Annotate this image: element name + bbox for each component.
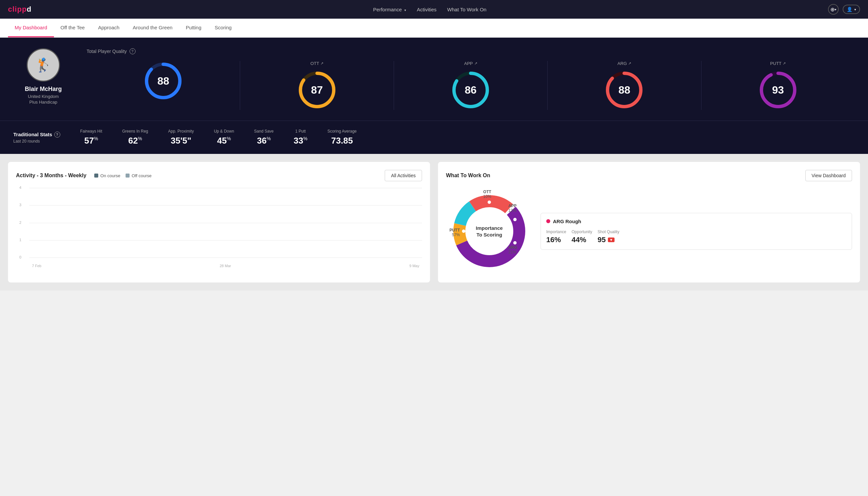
stat-greens-in-reg: Greens In Reg 62%: [122, 129, 148, 146]
work-on-body: ImportanceTo Scoring PUTT 57% OTT 10% AP…: [446, 188, 852, 275]
putt-annotation: PUTT 57%: [449, 228, 460, 237]
work-on-card: What To Work On View Dashboard: [438, 162, 860, 282]
performance-dropdown-arrow: ▾: [404, 8, 406, 12]
app-annotation: APP 12%: [508, 203, 517, 213]
player-name: Blair McHarg: [25, 86, 62, 93]
nav-what-to-work-on[interactable]: What To Work On: [447, 7, 487, 12]
ott-score-value: 87: [311, 84, 323, 96]
up-down-value: 45%: [214, 136, 234, 146]
trad-stats-label: Traditional Stats ? Last 20 rounds: [13, 131, 60, 143]
ott-annotation: OTT 10%: [483, 189, 491, 199]
score-total: 88: [86, 61, 240, 110]
trad-stats-title: Traditional Stats ?: [13, 131, 60, 138]
svg-point-16: [513, 241, 517, 245]
arg-metrics: Importance 16% Opportunity 44% Shot Qual…: [546, 230, 846, 244]
nav-performance[interactable]: Performance ▾: [373, 7, 406, 12]
traditional-stats: Traditional Stats ? Last 20 rounds Fairw…: [0, 121, 868, 154]
score-putt: PUTT ↗ 93: [701, 61, 855, 110]
nav-activities[interactable]: Activities: [417, 7, 436, 12]
score-ott: OTT ↗ 87: [240, 61, 394, 110]
svg-point-15: [513, 218, 517, 221]
logo[interactable]: clippd: [8, 5, 32, 14]
tab-putting[interactable]: Putting: [179, 19, 208, 37]
putt-score-value: 93: [772, 84, 784, 96]
activity-card: Activity - 3 Months - Weekly On course O…: [8, 162, 430, 282]
add-dropdown-arrow: ▾: [835, 7, 836, 11]
hero-section: 🏌️ Blair McHarg United Kingdom Plus Hand…: [0, 37, 868, 121]
bar-group: [97, 257, 128, 258]
x-labels: 7 Feb 28 Mar 9 May: [29, 264, 422, 268]
avatar: 🏌️: [27, 48, 60, 82]
work-on-header: What To Work On View Dashboard: [446, 170, 852, 181]
legend-on-course: On course: [94, 173, 120, 178]
all-activities-button[interactable]: All Activities: [385, 170, 422, 181]
tab-around-the-green[interactable]: Around the Green: [126, 19, 179, 37]
donut-chart: ImportanceTo Scoring PUTT 57% OTT 10% AP…: [446, 188, 533, 275]
metric-opportunity: Opportunity 44%: [571, 230, 592, 244]
bar-group: [64, 257, 95, 258]
legend-off-course: Off course: [126, 173, 152, 178]
quality-label: Total Player Quality ?: [86, 48, 855, 54]
ott-label: OTT ↗: [311, 61, 323, 66]
tab-scoring[interactable]: Scoring: [208, 19, 238, 37]
quality-help-icon[interactable]: ?: [129, 48, 136, 54]
arg-detail-title: ARG Rough: [553, 218, 581, 224]
arg-trend-icon: ↗: [628, 61, 631, 66]
bar-group: [129, 257, 160, 258]
app-label: APP ↗: [464, 61, 477, 66]
arg-annotation: ARG 21%: [508, 245, 517, 254]
nav-right: ⊕ ▾ 👤 ▾: [828, 4, 860, 15]
score-arg: ARG ↗ 88: [548, 61, 701, 110]
activity-chart-title: Activity - 3 Months - Weekly: [16, 173, 86, 179]
view-dashboard-button[interactable]: View Dashboard: [805, 170, 852, 181]
putt-label: PUTT ↗: [770, 61, 786, 66]
shot-quality-value: 95 ▼: [598, 235, 619, 244]
top-nav: clippd Performance ▾ Activities What To …: [0, 0, 868, 19]
app-trend-icon: ↗: [474, 61, 477, 66]
player-handicap: Plus Handicap: [29, 99, 57, 105]
sub-nav: My Dashboard Off the Tee Approach Around…: [0, 19, 868, 37]
app-score-value: 86: [464, 84, 477, 96]
trad-stats-sublabel: Last 20 rounds: [13, 139, 60, 143]
player-info: 🏌️ Blair McHarg United Kingdom Plus Hand…: [13, 48, 73, 105]
putt-trend-icon: ↗: [783, 61, 786, 66]
trad-stats-help-icon[interactable]: ?: [54, 131, 60, 138]
empty-bar: [97, 257, 128, 258]
add-button[interactable]: ⊕ ▾: [828, 4, 839, 15]
scores-section: Total Player Quality ? 88: [86, 48, 855, 110]
stat-up-down: Up & Down 45%: [214, 129, 234, 146]
arg-score-value: 88: [618, 84, 631, 96]
stat-sand-save: Sand Save 36%: [254, 129, 274, 146]
activity-card-header: Activity - 3 Months - Weekly On course O…: [16, 170, 422, 181]
chart-legend: On course Off course: [94, 173, 152, 178]
svg-point-17: [462, 230, 465, 233]
greens-in-reg-value: 62%: [122, 136, 148, 146]
stat-fairways-hit: Fairways Hit 57%: [80, 129, 102, 146]
arg-detail-dot: [546, 219, 550, 223]
metric-importance: Importance 16%: [546, 230, 566, 244]
tab-approach[interactable]: Approach: [91, 19, 126, 37]
ott-trend-icon: ↗: [320, 61, 323, 66]
stat-scoring-avg: Scoring Average 73.85: [327, 129, 357, 146]
arg-detail-header: ARG Rough: [546, 218, 846, 224]
arg-ring: 88: [604, 70, 644, 110]
fairways-hit-value: 57%: [80, 136, 102, 146]
shot-quality-badge: ▼: [608, 237, 615, 242]
app-ring: 86: [451, 70, 491, 110]
empty-bar: [129, 257, 160, 258]
score-app: APP ↗ 86: [394, 61, 548, 110]
total-ring: 88: [143, 61, 183, 101]
x-label-may: 9 May: [409, 264, 419, 268]
plus-icon: ⊕: [830, 6, 835, 13]
bar-group: [388, 257, 419, 258]
score-circles: 88 OTT ↗ 87: [86, 61, 855, 110]
total-score-value: 88: [157, 75, 169, 87]
user-menu-button[interactable]: 👤 ▾: [843, 5, 860, 14]
arg-detail-card: ARG Rough Importance 16% Opportunity 44%…: [541, 213, 852, 250]
x-label-feb: 7 Feb: [32, 264, 41, 268]
ott-ring: 87: [297, 70, 337, 110]
tab-my-dashboard[interactable]: My Dashboard: [8, 19, 54, 37]
bars-container: [29, 188, 422, 258]
tab-off-the-tee[interactable]: Off the Tee: [54, 19, 92, 37]
user-icon: 👤: [847, 7, 852, 12]
